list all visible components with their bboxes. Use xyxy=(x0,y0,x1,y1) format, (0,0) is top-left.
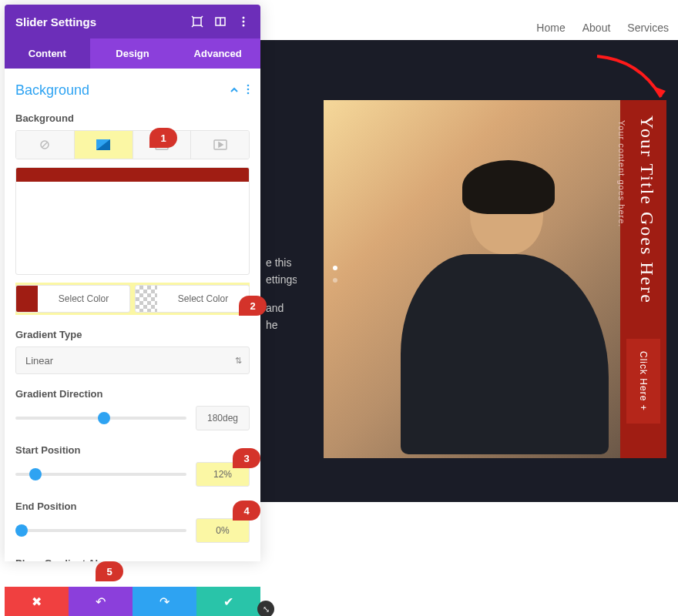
direction-value[interactable] xyxy=(196,406,250,430)
panel-tabs: Content Design Advanced xyxy=(5,38,260,69)
svg-point-5 xyxy=(243,25,245,27)
dot-2[interactable] xyxy=(333,278,337,283)
underlying-text: e this ettings. and he xyxy=(266,254,297,334)
label-gradient-type: Gradient Type xyxy=(15,329,250,340)
end-slider[interactable] xyxy=(15,523,186,538)
label-end-position: End Position xyxy=(15,500,250,512)
label-start-position: Start Position xyxy=(15,444,250,456)
gradient-colors: Select Color Select Color xyxy=(15,283,250,315)
cancel-button[interactable]: ✖ xyxy=(5,587,69,616)
start-slider[interactable] xyxy=(15,467,186,482)
slide-photo xyxy=(370,146,609,450)
resize-handle[interactable]: ⤡ xyxy=(257,601,274,616)
panel-actions: ✖ ↶ ↷ ✔ xyxy=(5,587,260,616)
bg-tab-video[interactable] xyxy=(191,131,249,159)
svg-point-3 xyxy=(243,17,245,19)
panel-title: Slider Settings xyxy=(15,15,96,28)
color-picker-1[interactable]: Select Color xyxy=(15,285,130,313)
svg-point-7 xyxy=(247,88,250,90)
bg-tab-color[interactable] xyxy=(16,131,75,159)
svg-point-12 xyxy=(159,142,161,145)
start-value[interactable] xyxy=(196,462,250,487)
start-thumb[interactable] xyxy=(29,468,42,480)
callout-5: 5 xyxy=(96,561,123,581)
svg-rect-11 xyxy=(156,140,168,149)
tab-design[interactable]: Design xyxy=(90,38,176,69)
bg-tab-image[interactable] xyxy=(133,131,192,159)
label-gradient-direction: Gradient Direction xyxy=(15,388,250,400)
background-type-tabs xyxy=(15,130,250,159)
more-icon[interactable] xyxy=(237,15,250,28)
collapse-icon[interactable] xyxy=(230,84,239,98)
direction-slider[interactable] xyxy=(15,410,186,426)
t3: and xyxy=(266,300,297,316)
nav-about[interactable]: About xyxy=(582,22,611,34)
slide-dots[interactable] xyxy=(333,266,337,283)
slide-title: Your Title Goes Here xyxy=(636,116,657,304)
section-more-icon[interactable] xyxy=(247,84,250,98)
svg-point-6 xyxy=(247,84,250,86)
t4: he xyxy=(266,316,297,333)
undo-button[interactable]: ↶ xyxy=(69,587,133,616)
label-place-above: Place Gradient Above Background Image xyxy=(15,557,154,561)
nav-services[interactable]: Services xyxy=(627,22,669,34)
nav-home[interactable]: Home xyxy=(536,22,565,34)
section-title: Background xyxy=(15,82,89,99)
svg-rect-0 xyxy=(193,18,201,25)
label-background: Background xyxy=(15,112,250,124)
gradient-preview xyxy=(15,167,250,275)
end-thumb[interactable] xyxy=(15,524,28,537)
expand-icon[interactable] xyxy=(191,15,203,28)
svg-point-4 xyxy=(243,21,245,23)
color-picker-2[interactable]: Select Color xyxy=(135,285,250,313)
color-2-label: Select Color xyxy=(157,293,249,304)
bg-tab-gradient[interactable] xyxy=(75,131,133,159)
direction-thumb[interactable] xyxy=(98,412,110,424)
save-button[interactable]: ✔ xyxy=(196,587,260,616)
t1: e this xyxy=(266,254,297,271)
color-1-label: Select Color xyxy=(38,293,129,304)
slide-cta-button[interactable]: Click Here + xyxy=(626,339,660,424)
top-nav: Home About Services xyxy=(536,22,669,34)
end-value[interactable] xyxy=(196,518,250,543)
tab-content[interactable]: Content xyxy=(5,38,90,69)
redo-button[interactable]: ↷ xyxy=(133,587,196,616)
gradient-preview-fill xyxy=(16,168,249,182)
swatch-1 xyxy=(16,286,38,312)
tab-advanced[interactable]: Advanced xyxy=(175,38,260,69)
dot-1[interactable] xyxy=(333,266,337,270)
svg-point-8 xyxy=(247,92,250,94)
swatch-2 xyxy=(136,286,157,312)
t2: ettings. xyxy=(266,271,297,288)
dock-icon[interactable] xyxy=(214,15,227,28)
settings-panel: Slider Settings Content Design Advanced … xyxy=(5,5,260,561)
slide-preview: Your Title Goes Here Your content goes h… xyxy=(324,100,666,458)
panel-header: Slider Settings xyxy=(5,5,260,38)
panel-body: Background Background Select Color Selec… xyxy=(5,69,260,561)
slide-subtitle: Your content goes here. xyxy=(617,120,626,227)
gradient-type-select[interactable]: Linear xyxy=(15,346,250,374)
